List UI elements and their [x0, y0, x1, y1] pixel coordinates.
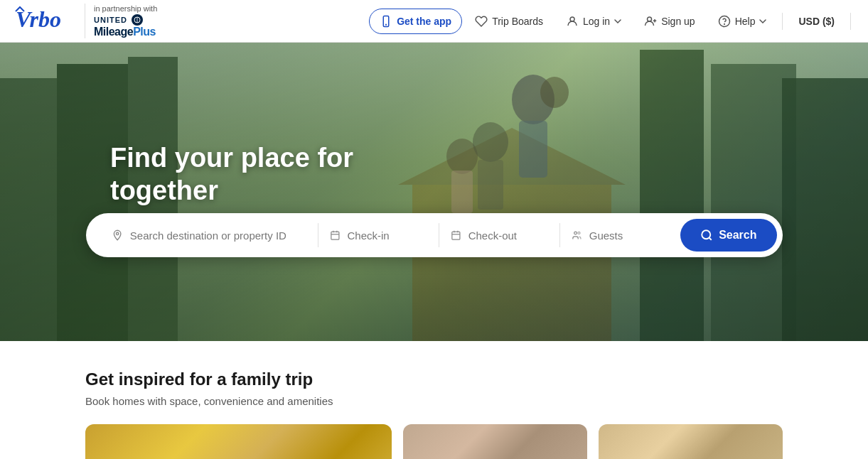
calendar-checkout-icon: [451, 229, 461, 242]
section-subtitle: Book homes with space, convenience and a…: [85, 395, 783, 407]
calendar-checkin-icon: [330, 229, 341, 242]
nav-divider-2: [850, 13, 851, 30]
nav-divider: [782, 13, 783, 30]
property-card-3[interactable]: [599, 424, 783, 459]
guests-icon: [572, 229, 582, 242]
trip-boards-button[interactable]: Trip Boards: [465, 9, 553, 33]
partner-text: in partnership with: [94, 4, 157, 14]
location-pin-icon: [112, 229, 123, 242]
svg-rect-12: [0, 78, 57, 341]
property-card-2[interactable]: [403, 424, 587, 459]
checkout-input[interactable]: [468, 230, 548, 242]
heart-icon: [475, 15, 488, 28]
signup-button[interactable]: Sign up: [634, 9, 704, 33]
svg-point-5: [570, 17, 574, 21]
main-nav: Get the app Trip Boards Log in Sign up: [369, 9, 854, 34]
header: Vrbo in partnership with UNITED MileageP…: [0, 0, 868, 43]
inspiration-section: Get inspired for a family trip Book home…: [0, 341, 868, 459]
help-icon: [718, 15, 731, 28]
svg-rect-15: [640, 50, 704, 341]
united-logo: UNITED MileagePlus: [94, 14, 157, 38]
hero-title: Find your place for together: [110, 142, 466, 207]
vrbo-logo: Vrbo: [14, 6, 75, 36]
svg-point-25: [473, 122, 508, 162]
person-plus-icon: [644, 15, 657, 28]
guests-field[interactable]: [560, 223, 680, 247]
checkin-field[interactable]: [318, 223, 439, 247]
get-app-button[interactable]: Get the app: [369, 9, 462, 34]
logo-group: Vrbo in partnership with UNITED MileageP…: [14, 4, 157, 38]
svg-point-6: [648, 17, 652, 21]
svg-rect-18: [412, 185, 611, 341]
chevron-down-icon: [614, 19, 621, 23]
svg-rect-28: [331, 232, 339, 239]
help-chevron-icon: [759, 19, 766, 23]
section-title: Get inspired for a family trip: [85, 369, 783, 389]
svg-point-38: [702, 230, 710, 239]
destination-field[interactable]: [100, 223, 318, 247]
svg-rect-32: [452, 232, 460, 239]
mileageplus-text: MileagePlus: [94, 26, 156, 38]
phone-icon: [380, 15, 392, 28]
hero-section: Find your place for together: [0, 43, 868, 341]
checkin-input[interactable]: [348, 230, 427, 242]
svg-point-37: [578, 232, 580, 234]
search-button[interactable]: Search: [680, 219, 776, 252]
svg-rect-17: [782, 78, 868, 341]
search-bar: Search: [86, 213, 783, 257]
svg-rect-21: [519, 121, 547, 178]
property-cards-row: [85, 424, 783, 459]
currency-button[interactable]: USD ($): [788, 10, 845, 33]
checkout-field[interactable]: [439, 223, 560, 247]
person-icon: [566, 15, 579, 28]
svg-point-22: [540, 77, 569, 108]
svg-point-27: [116, 232, 118, 234]
help-button[interactable]: Help: [708, 9, 777, 33]
search-button-icon: [700, 229, 713, 242]
login-button[interactable]: Log in: [556, 9, 631, 33]
svg-rect-26: [478, 160, 503, 210]
svg-point-36: [574, 232, 577, 234]
destination-input[interactable]: [130, 230, 306, 242]
property-card-1[interactable]: [85, 424, 392, 459]
guests-input[interactable]: [589, 230, 669, 242]
